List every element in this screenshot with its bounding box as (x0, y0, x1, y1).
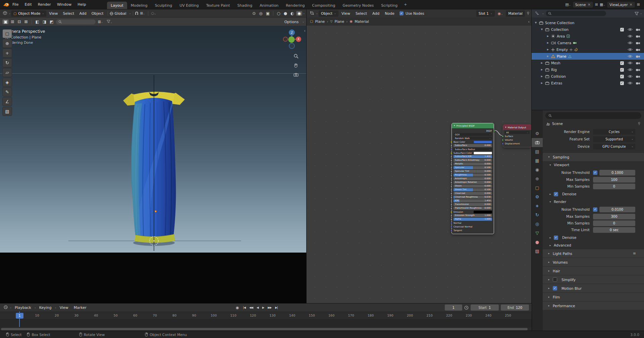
panel-film[interactable]: ▸Film (543, 292, 644, 301)
noise-threshold-value[interactable]: 0.0100 (599, 207, 635, 212)
time-limit-value[interactable]: 0 sec (593, 227, 635, 233)
socket-float[interactable] (450, 156, 452, 158)
socket-float[interactable] (450, 218, 452, 220)
select-mode-subtract-icon[interactable]: ⊟ (16, 19, 22, 24)
workspace-tab-texture-paint[interactable]: Texture Paint (203, 2, 234, 9)
workspace-tab-geometry-nodes[interactable]: Geometry Nodes (339, 2, 377, 9)
chevron-down-icon[interactable]: ⌄ (10, 307, 12, 309)
disable-render-camera-icon[interactable] (636, 68, 640, 71)
properties-tab-tool[interactable]: ⚙ (532, 129, 543, 138)
hide-viewport-eye-icon[interactable] (628, 48, 633, 51)
viewport-canvas[interactable]: Camera Perspective (1) Collection | Plan… (0, 26, 307, 303)
denoise-checkbox[interactable]: ✓ (554, 192, 558, 196)
node-slider[interactable]: Specular0.500 (453, 166, 492, 169)
socket-float[interactable] (450, 145, 452, 147)
outliner-item-collision[interactable]: ▶Collision✓ (532, 73, 644, 80)
node-row-alpha[interactable]: Alpha1.000 (453, 218, 492, 221)
node-row-random-walk[interactable]: Random Walk⌄ (453, 137, 492, 140)
expand-closed-icon[interactable]: ▶ (546, 42, 549, 44)
advanced-row[interactable]: ▸ Advanced (543, 242, 644, 249)
viewlayer-selector[interactable]: ViewLayer × (607, 1, 635, 8)
hide-viewport-eye-icon[interactable] (628, 28, 633, 31)
filter-type-dropdown[interactable]: ▥⌄ (97, 20, 104, 24)
node-row-subsurface-radius[interactable]: Subsurface Radius⌄ (453, 148, 492, 151)
timeline-track[interactable] (0, 320, 532, 327)
panel-simplify[interactable]: ▸Simplify (543, 275, 644, 284)
node-dropdown[interactable]: All⌄ (505, 131, 530, 134)
socket-float[interactable] (450, 193, 452, 195)
properties-tab-output[interactable]: ▤ (532, 147, 543, 156)
new-scene-icon[interactable]: ⊞ (595, 2, 598, 7)
render-engine-dropdown[interactable]: Cycles⌄ (593, 129, 635, 135)
tool-scale[interactable]: ▱ (2, 68, 12, 77)
socket-float[interactable] (450, 185, 452, 187)
socket-float[interactable] (450, 167, 452, 169)
node-header[interactable]: ▾ Principled BSDF (452, 123, 494, 128)
node-slider[interactable]: Clearcoat Roughness0.030 (453, 196, 492, 199)
node-row-specular-tint[interactable]: Specular Tint0.000 (453, 170, 492, 173)
node-row-all[interactable]: All⌄ (505, 131, 530, 134)
editor-type-timeline-icon[interactable] (2, 305, 9, 310)
node-row-ggx[interactable]: GGX⌄ (453, 133, 492, 136)
panel-hair[interactable]: ▸Hair (543, 266, 644, 275)
socket-vector[interactable] (502, 143, 504, 145)
navigation-gizmo[interactable]: Z X (281, 28, 303, 50)
hide-viewport-eye-icon[interactable] (628, 41, 633, 45)
exclude-checkbox[interactable]: ✓ (620, 81, 624, 85)
start-frame-field[interactable]: Start 1 (471, 305, 499, 311)
socket-float[interactable] (450, 200, 452, 202)
filter-funnel-dropdown[interactable]: ⌄ (105, 19, 114, 24)
clock-icon[interactable] (464, 306, 469, 310)
outliner-item-rig[interactable]: ▶Rig✓ (532, 66, 644, 73)
sidebar-toggle-icon[interactable]: ‹ (528, 19, 530, 24)
toggle-overlays-icon[interactable]: ◎ (258, 11, 264, 16)
tool-move[interactable]: + (2, 49, 12, 58)
new-viewlayer-icon[interactable]: ⊞ (637, 2, 640, 7)
max-samples-value[interactable]: 100 (593, 177, 635, 183)
socket-float[interactable] (450, 215, 452, 217)
properties-tab-view-layer[interactable]: ▦ (532, 156, 543, 165)
node-slider[interactable]: Alpha1.000 (453, 218, 492, 221)
tool-transform[interactable]: ◈ (2, 78, 12, 87)
render-subpanel-header[interactable]: ▾ Render (543, 198, 644, 205)
node-row-emission-strength[interactable]: Emission Strength1.000 (453, 214, 492, 217)
disable-render-camera-icon[interactable] (636, 55, 640, 58)
socket-float[interactable] (450, 207, 452, 209)
node-slider[interactable]: Roughness0.500 (453, 174, 492, 177)
panel-light-paths[interactable]: ▸Light Paths≡ (543, 249, 644, 258)
hide-viewport-eye-icon[interactable] (628, 81, 633, 85)
properties-tab-render[interactable] (532, 138, 543, 147)
play-reverse-button[interactable]: ◀ (255, 305, 260, 310)
pan-hand-icon[interactable] (292, 61, 300, 69)
material-output-node[interactable]: ▾ Material Output All⌄SurfaceVolumeDispl… (503, 125, 532, 147)
color-swatch[interactable] (474, 211, 492, 213)
options-dropdown[interactable]: Options (282, 19, 301, 25)
timeline-ruler[interactable]: 1 10203040506070809010011012013014015016… (0, 312, 532, 320)
tool-rotate[interactable]: ↻ (2, 58, 12, 67)
node-slider[interactable]: Subsurface Anisotropy0.000 (453, 159, 492, 162)
timeline-scrollbar[interactable] (0, 327, 532, 331)
collapse-node-icon[interactable]: ▾ (505, 126, 506, 129)
node-row-transmission[interactable]: Transmission0.000 (453, 203, 492, 206)
zoom-icon[interactable] (292, 52, 300, 60)
node-row-sheen[interactable]: Sheen0.000 (453, 185, 492, 188)
shading-wireframe-icon[interactable]: ○ (275, 11, 281, 16)
proportional-editing-icon[interactable]: ◌⌄ (150, 11, 158, 15)
material-slot-dropdown[interactable]: Slot 1 ⌄ (476, 10, 495, 17)
outliner-item-empty[interactable]: ▶Empty (532, 46, 644, 53)
socket-color[interactable] (450, 141, 452, 143)
min-samples-value[interactable]: 0 (593, 184, 635, 189)
properties-tab-material[interactable]: ● (532, 238, 543, 247)
pin-icon[interactable] (527, 11, 530, 15)
node-slider[interactable]: Metallic0.000 (453, 162, 492, 165)
select-mode-extend-icon[interactable]: ⊞ (9, 19, 15, 24)
disable-render-camera-icon[interactable] (636, 42, 640, 45)
motion blur-checkbox[interactable]: ✓ (553, 286, 557, 290)
menu-file[interactable]: File (9, 1, 21, 8)
noise-threshold-checkbox[interactable]: ✓ (593, 171, 597, 175)
disable-render-camera-icon[interactable] (636, 48, 640, 51)
node-row-subsurface-anisotropy[interactable]: Subsurface Anisotropy0.000 (453, 159, 492, 162)
socket-float[interactable] (450, 204, 452, 206)
node-row-anisotropic-rotation[interactable]: Anisotropic Rotation0.000 (453, 181, 492, 184)
pin-icon[interactable] (638, 122, 641, 126)
